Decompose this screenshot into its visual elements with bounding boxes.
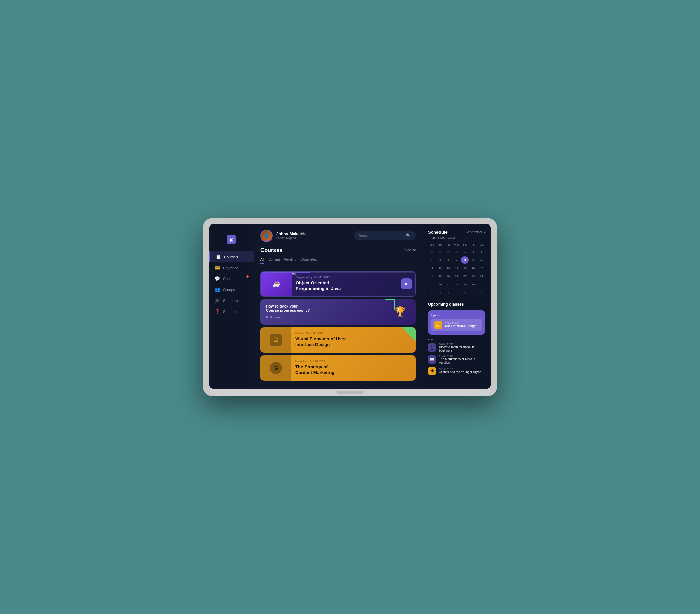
sidebar-item-support[interactable]: ❓ Support xyxy=(209,306,254,317)
filter-tab-pending[interactable]: Pending xyxy=(284,257,296,264)
cal-cell-today[interactable]: 8 xyxy=(461,256,468,264)
cal-cell[interactable]: 15 xyxy=(461,264,468,272)
cal-day-fri: Fri xyxy=(469,243,477,247)
cal-cell[interactable]: 27 xyxy=(445,281,452,288)
cal-cell[interactable]: 23 xyxy=(470,273,477,280)
cal-cell[interactable]: 25 xyxy=(428,281,436,288)
cal-cell[interactable]: 17 xyxy=(478,264,485,272)
schedule-header: Schedule September ▾ xyxy=(428,230,485,235)
after-item-2[interactable]: 📖 11:40 - 01:00 The Meditations of Marcu… xyxy=(428,355,485,364)
after-info-2: 11:40 - 01:00 The Meditations of Marcus … xyxy=(439,355,485,364)
chevron-down-icon: ▾ xyxy=(484,230,485,234)
cal-cell[interactable]: 10 xyxy=(478,256,485,264)
cal-cell[interactable] xyxy=(478,281,485,288)
after-name-3: Atlantis and the Younger Dryas xyxy=(439,371,481,374)
filter-tab-current[interactable]: Current xyxy=(268,257,279,264)
cal-cell[interactable]: 3 xyxy=(436,289,443,297)
laptop-notch xyxy=(336,391,364,394)
resume-button[interactable]: ▶ xyxy=(401,278,412,289)
upcoming-title: Upcoming classes xyxy=(428,302,485,307)
cal-cell[interactable]: 16 xyxy=(470,264,477,272)
cal-cell[interactable]: 1 xyxy=(461,248,468,255)
after-label: After xyxy=(428,338,485,341)
sidebar-item-chat[interactable]: 💬 Chat xyxy=(209,273,254,284)
cal-cell[interactable]: 19 xyxy=(436,273,443,280)
cal-cell[interactable]: 8 xyxy=(478,289,485,297)
cal-cell[interactable]: 7 xyxy=(470,289,477,297)
sidebar-item-payment[interactable]: 💳 Payment xyxy=(209,262,254,273)
cal-cell[interactable]: 3 xyxy=(478,248,485,255)
cal-cell[interactable]: 18 xyxy=(428,273,436,280)
courses-icon: 📋 xyxy=(216,254,221,260)
cal-cell[interactable]: 11 xyxy=(428,264,436,272)
cal-cell[interactable]: 4 xyxy=(445,289,452,297)
courses-section-header: Courses See all xyxy=(261,247,416,253)
after-name-2: The Meditations of Marcus Aurelius xyxy=(439,358,485,364)
cal-cell[interactable]: 22 xyxy=(461,273,468,280)
see-all-link[interactable]: See all xyxy=(405,248,416,252)
cal-cell[interactable]: 13 xyxy=(445,264,452,272)
sidebar-item-groups[interactable]: 👥 Groups xyxy=(209,284,254,295)
after-item-1[interactable]: ∑ 10:00 - 11:30 Discrete math for absolu… xyxy=(428,343,485,352)
marketing-thumbnail: © xyxy=(261,355,291,381)
app-window: ◉ 📋 Courses 💳 Payment 💬 Chat 👥 Gr xyxy=(209,224,491,389)
sidebar: ◉ 📋 Courses 💳 Payment 💬 Chat 👥 Gr xyxy=(209,224,254,389)
user-name: Johny Makelele xyxy=(276,231,307,236)
design-thumbnail: 🏛 xyxy=(261,327,291,353)
up-next-time: 9:00 - 11:00 xyxy=(445,322,479,324)
search-bar[interactable]: 🔍 xyxy=(354,231,416,240)
course-card-java[interactable]: 32% ☕ Programming · Oct 08, 2022 Object-… xyxy=(261,271,416,297)
sidebar-item-students[interactable]: 🎓 Students xyxy=(209,295,254,306)
after-info-3: 09:10 - 01:10 Atlantis and the Younger D… xyxy=(439,368,481,374)
after-item-3[interactable]: 🏛 09:10 - 01:10 Atlantis and the Younger… xyxy=(428,367,485,375)
cal-cell[interactable]: 29 xyxy=(436,248,443,255)
filter-tab-completed[interactable]: Completed xyxy=(300,257,317,264)
cal-cell[interactable]: 29 xyxy=(461,281,468,288)
filter-tab-all[interactable]: All xyxy=(261,257,264,264)
cal-cell[interactable]: 26 xyxy=(436,281,443,288)
java-icon: ☕ xyxy=(272,280,280,288)
cal-cell[interactable]: 6 xyxy=(445,256,452,264)
cal-cell[interactable]: 2 xyxy=(428,289,436,297)
cal-cell[interactable]: 2 xyxy=(470,248,477,255)
cal-cell[interactable]: 4 xyxy=(428,256,436,264)
design-corner xyxy=(402,327,416,341)
cal-cell[interactable]: 21 xyxy=(453,273,460,280)
cal-cell[interactable]: 30 xyxy=(445,248,452,255)
cal-cell[interactable]: 5 xyxy=(436,256,443,264)
cal-cell[interactable]: 6 xyxy=(461,289,468,297)
cal-cell[interactable]: 14 xyxy=(453,264,460,272)
calendar-header: Sun Mon Tue Wed Thu Fri Sat xyxy=(428,243,485,247)
laptop-base xyxy=(209,389,491,396)
course-info-marketing: Marketing · Oct 08, 2022 The Strategy of… xyxy=(291,356,416,379)
promo-link[interactable]: Find more › xyxy=(266,316,282,319)
course-card-design[interactable]: 🏛 Design · Sept. 09, 2022 Visual Element… xyxy=(261,327,416,353)
up-next-card: Up-next 📐 9:00 - 11:00 User Interface De… xyxy=(428,310,485,335)
course-card-marketing[interactable]: © Marketing · Oct 08, 2022 The Strategy … xyxy=(261,355,416,381)
up-next-label: Up-next xyxy=(432,314,482,317)
sidebar-item-courses[interactable]: 📋 Courses xyxy=(209,251,254,262)
cal-cell[interactable]: 28 xyxy=(428,248,436,255)
cal-cell[interactable]: 28 xyxy=(453,281,460,288)
up-next-name: User Interface Design xyxy=(445,324,479,328)
groups-icon: 👥 xyxy=(215,287,220,292)
cal-cell[interactable]: 20 xyxy=(445,273,452,280)
java-meta: Programming · Oct 08, 2022 xyxy=(296,276,397,279)
cal-cell[interactable]: 31 xyxy=(453,248,460,255)
marketing-title: The Strategy ofContent Marketing xyxy=(295,364,412,376)
cal-cell[interactable]: 7 xyxy=(453,256,460,264)
cal-cell[interactable]: 5 xyxy=(453,289,460,297)
main-content: 👤 Johny Makelele Lagos, Nigeria 🔍 Course… xyxy=(254,224,423,389)
sidebar-label-groups: Groups xyxy=(223,288,235,292)
cal-cell[interactable]: 30 xyxy=(470,281,477,288)
user-info: 👤 Johny Makelele Lagos, Nigeria xyxy=(261,230,307,242)
course-info-java: Programming · Oct 08, 2022 Object-Orient… xyxy=(291,272,401,295)
month-selector[interactable]: September ▾ xyxy=(465,230,485,234)
up-next-info: 9:00 - 11:00 User Interface Design xyxy=(445,322,479,328)
cal-cell[interactable]: 12 xyxy=(436,264,443,272)
up-next-class-item[interactable]: 📐 9:00 - 11:00 User Interface Design xyxy=(432,319,482,331)
marketing-meta: Marketing · Oct 08, 2022 xyxy=(295,360,412,363)
cal-cell[interactable]: 9 xyxy=(470,256,477,264)
cal-cell[interactable]: 24 xyxy=(478,273,485,280)
search-input[interactable] xyxy=(359,234,403,237)
